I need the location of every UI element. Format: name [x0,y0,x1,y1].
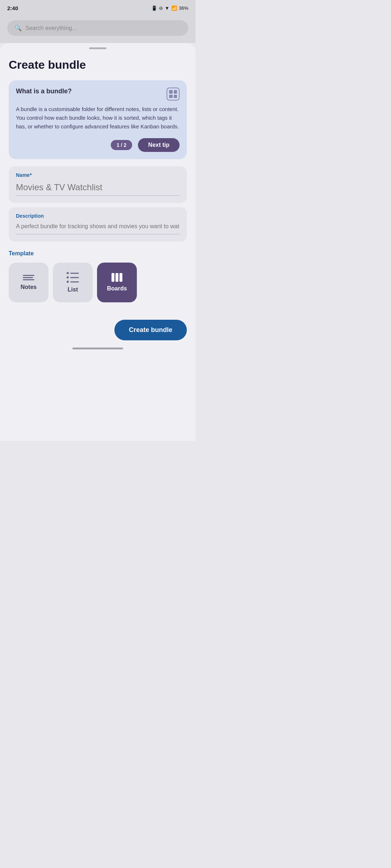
bottom-sheet: Create bundle What is a bundle? A bundle… [0,43,196,441]
grid-cell-4 [174,95,177,98]
background-area: 🔍 Search everything... [0,16,196,43]
grid-cell-2 [174,90,177,94]
boards-col-3 [119,273,122,282]
list-dot-3 [67,281,69,283]
wifi-icon: ▼ [165,5,169,11]
tip-counter: 1 / 2 [111,140,132,150]
home-indicator [72,348,123,349]
notes-icon [23,275,34,280]
list-icon [67,272,79,283]
info-card-body: A bundle is a customisable folder for di… [16,105,180,131]
name-input[interactable] [16,181,180,196]
info-card: What is a bundle? A bundle is a customis… [9,80,187,159]
drag-handle[interactable] [89,47,106,49]
info-card-title: What is a bundle? [16,88,72,95]
description-label: Description [16,213,180,219]
description-input[interactable] [16,222,180,234]
template-options: Notes Li [9,263,187,302]
boards-col-1 [112,273,114,282]
list-line-3 [70,281,79,282]
create-bundle-button[interactable]: Create bundle [114,320,187,340]
list-label: List [68,286,78,293]
template-option-list[interactable]: List [53,263,93,302]
notes-label: Notes [21,284,37,290]
template-section: Template Notes [9,250,187,302]
notes-line-1 [23,275,34,276]
search-icon: 🔍 [14,25,22,31]
list-line-2 [70,277,79,278]
boards-col-2 [115,273,118,282]
list-line-1 [70,273,79,274]
create-btn-wrapper: Create bundle [9,320,187,340]
dnd-icon: ⊖ [159,5,163,11]
vibrate-icon: 📳 [151,5,157,11]
search-bar[interactable]: 🔍 Search everything... [7,20,188,36]
boards-label: Boards [107,285,127,292]
boards-icon [112,273,122,282]
page-title: Create bundle [9,58,187,72]
grid-icon-button[interactable] [167,88,180,101]
battery-icon: 36% [179,5,188,11]
next-tip-button[interactable]: Next tip [138,138,180,152]
list-dot-2 [67,276,69,278]
name-label: Name* [16,172,180,178]
template-option-notes[interactable]: Notes [9,263,49,302]
notes-line-3 [23,279,34,280]
name-field-container: Name* [9,166,187,203]
template-label: Template [9,250,187,257]
signal-icon: 📶 [171,5,177,11]
status-bar: 2:40 📳 ⊖ ▼ 📶 36% [0,0,196,16]
info-card-header: What is a bundle? [16,88,180,101]
status-time: 2:40 [7,5,18,11]
status-icons: 📳 ⊖ ▼ 📶 36% [151,5,188,11]
list-dot-1 [67,272,69,274]
notes-line-2 [23,277,33,278]
info-card-footer: 1 / 2 Next tip [16,138,180,152]
search-placeholder: Search everything... [25,25,77,31]
template-option-boards[interactable]: Boards [97,263,137,302]
description-field-container: Description [9,207,187,242]
grid-cell-3 [169,95,173,98]
grid-cell-1 [169,90,173,94]
